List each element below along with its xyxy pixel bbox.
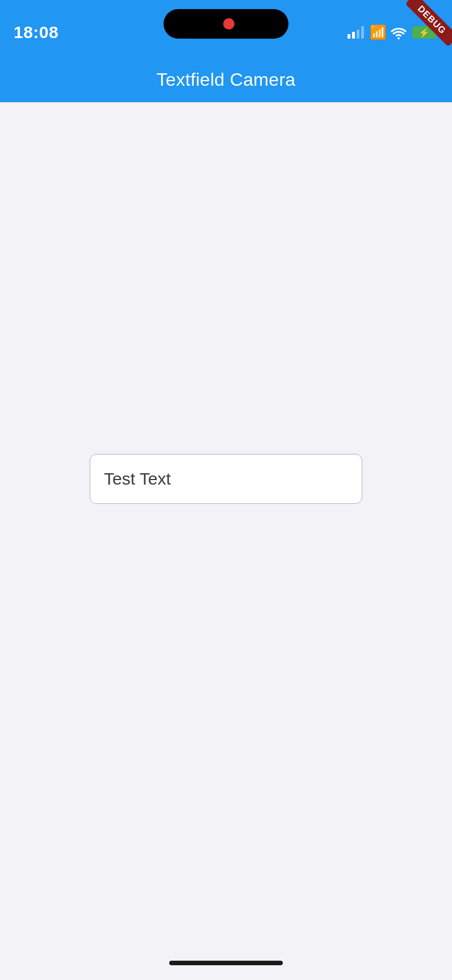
app-bar-title: Textfield Camera [157, 69, 296, 90]
main-content: Test Text [0, 102, 452, 946]
debug-banner: DEBUG [407, 0, 452, 45]
wifi-icon: 📶 [370, 24, 407, 40]
home-indicator [169, 961, 283, 965]
app-bar: Textfield Camera [0, 57, 452, 102]
text-field-container: Test Text [90, 454, 362, 504]
debug-label: DEBUG [407, 0, 452, 45]
signal-icon [348, 26, 364, 39]
status-time: 18:08 [14, 23, 58, 42]
home-indicator-bar [0, 946, 452, 980]
text-input-value: Test Text [104, 469, 171, 489]
text-input[interactable]: Test Text [90, 454, 362, 504]
status-bar: 18:08 📶 ⚡ DEBUG [0, 0, 452, 57]
recording-dot [223, 18, 235, 30]
dynamic-island [164, 9, 288, 39]
